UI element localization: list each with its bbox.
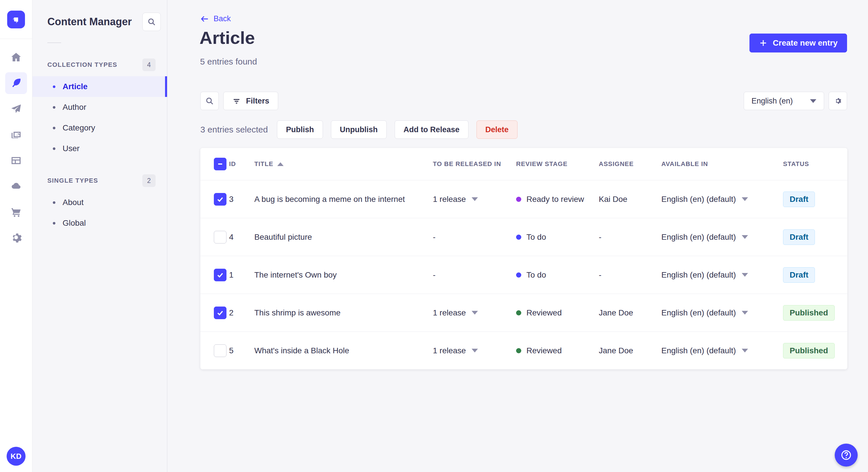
sidebar-item-global[interactable]: Global [32, 213, 167, 233]
locales-dropdown-icon[interactable] [742, 311, 748, 314]
cell-available-in: English (en) (default) [661, 346, 783, 355]
search-entries-button[interactable] [200, 92, 219, 110]
sidebar-item-category[interactable]: Category [32, 117, 167, 138]
cell-status: Draft [783, 267, 847, 283]
table-row[interactable]: 5What's inside a Black Hole1 releaseRevi… [200, 332, 847, 369]
column-header-release[interactable]: TO BE RELEASED IN [433, 160, 516, 168]
column-header-assignee[interactable]: ASSIGNEE [599, 160, 661, 168]
sidebar-item-label: Global [63, 218, 86, 228]
search-icon [205, 97, 214, 105]
cell-release: 1 release [433, 308, 516, 317]
delete-button[interactable]: Delete [476, 121, 518, 139]
row-checkbox[interactable] [214, 269, 226, 281]
cell-review-stage: To do [516, 270, 599, 279]
user-avatar[interactable]: KD [7, 447, 26, 466]
sidebar-item-about[interactable]: About [32, 192, 167, 213]
settings-icon [10, 232, 22, 244]
bullet-icon [53, 86, 55, 88]
locales-dropdown-icon[interactable] [742, 349, 748, 352]
sidebar-item-author[interactable]: Author [32, 97, 167, 117]
row-checkbox[interactable] [214, 231, 226, 243]
release-dropdown-icon[interactable] [472, 349, 478, 352]
sidebar-item-label: Category [63, 123, 95, 133]
release-dropdown-icon[interactable] [472, 197, 478, 201]
deploy-icon [10, 180, 22, 193]
nav-content-button[interactable] [5, 72, 27, 94]
bullet-icon [53, 201, 55, 204]
column-header-label: ASSIGNEE [599, 160, 634, 168]
selection-count-text: 3 entries selected [200, 125, 268, 134]
locales-dropdown-icon[interactable] [742, 235, 748, 239]
locale-value: English (en) [751, 97, 793, 105]
status-badge: Published [783, 343, 835, 359]
page-title: Article [199, 28, 255, 48]
column-header-id[interactable]: ID [229, 160, 254, 168]
cell-id: 1 [229, 270, 254, 279]
available-in-value: English (en) (default) [661, 233, 736, 242]
release-value: - [433, 270, 435, 279]
release-dropdown-icon[interactable] [472, 311, 478, 314]
entries-count: 5 entries found [200, 57, 257, 67]
back-link[interactable]: Back [200, 14, 231, 23]
help-icon [840, 449, 852, 461]
column-header-status[interactable]: STATUS [783, 160, 847, 168]
publish-button[interactable]: Publish [277, 121, 323, 139]
cell-assignee: Jane Doe [599, 308, 661, 317]
stage-dot-icon [516, 235, 521, 240]
nav-deploy-button[interactable] [5, 175, 27, 197]
row-checkbox[interactable] [214, 193, 226, 206]
gear-icon [834, 97, 842, 105]
row-checkbox[interactable] [214, 344, 226, 357]
nav-content-type-builder-button[interactable] [5, 150, 27, 171]
list-settings-button[interactable] [829, 92, 847, 110]
column-header-avail[interactable]: AVAILABLE IN [661, 160, 783, 168]
status-badge: Published [783, 305, 835, 321]
column-header-label: TO BE RELEASED IN [433, 160, 501, 168]
subnav-section-count: 4 [143, 59, 156, 71]
create-new-entry-label: Create new entry [773, 38, 838, 47]
add-to-release-button[interactable]: Add to Release [395, 121, 468, 139]
arrow-left-icon [200, 14, 209, 23]
table-row[interactable]: 3A bug is becoming a meme on the interne… [200, 180, 847, 218]
nav-home-button[interactable] [5, 46, 27, 68]
cell-id: 4 [229, 233, 254, 242]
column-header-stage[interactable]: REVIEW STAGE [516, 160, 599, 168]
release-value: 1 release [433, 308, 466, 317]
nav-media-button[interactable] [5, 124, 27, 146]
sidebar-item-user[interactable]: User [32, 138, 167, 159]
cell-status: Draft [783, 192, 847, 207]
filters-button[interactable]: Filters [223, 92, 278, 110]
sidebar-item-label: Author [63, 103, 86, 112]
cell-review-stage: To do [516, 233, 599, 242]
status-badge: Draft [783, 192, 815, 207]
column-header-title[interactable]: TITLE [254, 160, 433, 168]
table-row[interactable]: 1The internet's Own boy-To do-English (e… [200, 256, 847, 294]
nav-marketplace-button[interactable] [5, 201, 27, 223]
nav-settings-button[interactable] [5, 227, 27, 249]
column-header-label: ID [229, 160, 236, 168]
sidebar-item-article[interactable]: Article [32, 76, 167, 97]
create-new-entry-button[interactable]: Create new entry [749, 34, 847, 53]
row-checkbox[interactable] [214, 307, 226, 319]
content-type-builder-icon [10, 155, 22, 167]
nav-releases-button[interactable] [5, 98, 27, 120]
help-button[interactable] [835, 444, 858, 467]
subnav-section-header: COLLECTION TYPES4 [32, 59, 167, 71]
cell-available-in: English (en) (default) [661, 270, 783, 279]
locale-select[interactable]: English (en) [744, 92, 824, 110]
cell-title: What's inside a Black Hole [254, 346, 433, 355]
unpublish-button[interactable]: Unpublish [331, 121, 386, 139]
available-in-value: English (en) (default) [661, 195, 736, 204]
locales-dropdown-icon[interactable] [742, 273, 748, 277]
cell-assignee: - [599, 270, 661, 279]
sort-ascending-icon[interactable] [277, 162, 284, 166]
locales-dropdown-icon[interactable] [742, 197, 748, 201]
table-row[interactable]: 2This shrimp is awesome1 releaseReviewed… [200, 294, 847, 332]
subnav-divider [48, 42, 61, 43]
select-all-checkbox[interactable] [214, 158, 226, 170]
strapi-logo[interactable] [7, 11, 25, 28]
cell-select [200, 344, 229, 357]
status-badge: Draft [783, 229, 815, 245]
subnav-search-button[interactable] [143, 12, 161, 31]
table-row[interactable]: 4Beautiful picture-To do-English (en) (d… [200, 218, 847, 256]
